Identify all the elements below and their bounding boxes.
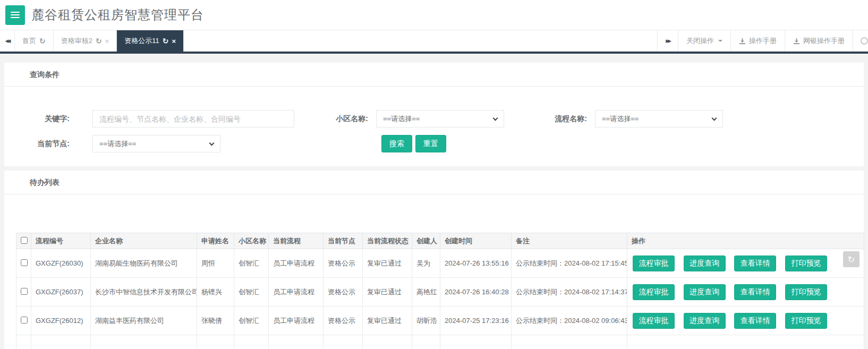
progress-query-button[interactable]: 进度查询 <box>684 256 726 271</box>
cell-created-time: 2024-07-25 17:23:16 <box>440 307 512 335</box>
progress-query-button[interactable]: 进度查询 <box>684 313 726 329</box>
cell-current-flow: 员工申请流程 <box>269 307 324 335</box>
todo-panel: 待办列表 ↻ 流程编号 企业名称 申请姓名 小区名称 当前流程 当前节点 当 <box>4 171 864 349</box>
cell-community: 创智汇 <box>234 307 269 335</box>
tab-label: 资格审核2 <box>61 36 92 46</box>
cell-flow-code: GXGZF(26037) <box>31 278 91 307</box>
community-select[interactable]: ==请选择== <box>376 110 504 127</box>
chevron-down-icon <box>712 116 717 121</box>
cell-flow-status: 复审已通过 <box>363 307 412 335</box>
select-all-checkbox[interactable] <box>21 237 28 244</box>
progress-query-button[interactable]: 进度查询 <box>684 284 726 300</box>
view-detail-button[interactable]: 查看详情 <box>734 313 776 329</box>
download-icon <box>739 38 746 45</box>
tab-qualification-review[interactable]: 资格审核2 ↻ × <box>54 30 117 52</box>
keyword-input[interactable] <box>92 110 294 127</box>
chevron-down-icon <box>493 116 498 121</box>
flow-approve-button[interactable]: 流程审批 <box>633 256 675 271</box>
row-checkbox[interactable] <box>21 317 28 324</box>
view-detail-button[interactable]: 查看详情 <box>734 284 776 300</box>
download-icon <box>793 38 800 45</box>
close-icon[interactable]: × <box>105 37 109 45</box>
tab-label: 首页 <box>22 36 36 46</box>
spacer <box>0 54 868 63</box>
flow-approve-button[interactable]: 流程审批 <box>633 284 675 300</box>
cell-flow-status: 复审已通过 <box>363 278 412 307</box>
hamburger-icon <box>11 12 20 13</box>
bank-manual-button[interactable]: 网银操作手册 <box>785 30 853 52</box>
keyword-label: 关键字: <box>30 114 70 124</box>
cell-creator: 吴为 <box>412 249 440 278</box>
cell-remark: 公示结束时间：2024-08-02 17:14:37 <box>512 278 627 307</box>
flow-approve-button[interactable]: 流程审批 <box>633 313 675 329</box>
scroll-tabs-left-button[interactable]: ◀◀ <box>0 30 15 52</box>
close-operations-dropdown[interactable]: 关闭操作 <box>678 30 730 52</box>
app-header: 麓谷租赁公租房智慧管理平台 <box>0 0 868 30</box>
cell-created-time: 2024-07-26 13:55:16 <box>440 249 512 278</box>
col-community: 小区名称 <box>234 233 269 249</box>
double-chevron-right-icon: ▶▶ <box>666 38 670 44</box>
cell-current-node: 资格公示 <box>324 278 363 307</box>
caret-down-icon <box>718 40 722 42</box>
page-title: 麓谷租赁公租房智慧管理平台 <box>31 6 204 23</box>
cell-creator: 胡昕浩 <box>412 307 440 335</box>
col-current-flow: 当前流程 <box>269 233 324 249</box>
cell-community: 创智汇 <box>234 249 269 278</box>
print-preview-button[interactable]: 打印预览 <box>785 284 827 300</box>
cell-applicant: 张晓倩 <box>197 307 234 335</box>
todo-table: 流程编号 企业名称 申请姓名 小区名称 当前流程 当前节点 当前流程状态 创建人… <box>16 233 864 349</box>
refresh-icon[interactable]: ↻ <box>163 37 169 45</box>
cell-company: 湖南易能生物医药有限公司 <box>91 249 197 278</box>
cell-current-flow: 员工申请流程 <box>269 249 324 278</box>
refresh-icon[interactable]: ↻ <box>39 37 46 45</box>
search-button[interactable]: 搜索 <box>381 135 412 152</box>
node-select[interactable]: ==请选择== <box>92 135 220 152</box>
view-detail-button[interactable]: 查看详情 <box>734 256 776 271</box>
reset-button[interactable]: 重置 <box>415 135 446 152</box>
cell-current-node: 资格公示 <box>324 249 363 278</box>
tab-qualification-publicity[interactable]: 资格公示11 ↻ × <box>117 30 184 52</box>
close-icon[interactable]: × <box>172 37 176 45</box>
operation-manual-button[interactable]: 操作手册 <box>730 30 785 52</box>
hamburger-menu-button[interactable] <box>5 5 25 25</box>
cell-community: 创智汇 <box>234 278 269 307</box>
cell-company: 湖南益丰医药有限公司 <box>91 307 197 335</box>
todo-body: ↻ 流程编号 企业名称 申请姓名 小区名称 当前流程 当前节点 当前流程状态 创… <box>4 233 864 349</box>
cell-remark: 公示结束时间：2024-08-02 17:15:45 <box>512 249 627 278</box>
table-row: GXGZF(26030) 湖南易能生物医药有限公司 周恒 创智汇 员工申请流程 … <box>16 249 864 278</box>
print-preview-button[interactable]: 打印预览 <box>785 256 827 271</box>
clipped-right-control[interactable] <box>853 30 868 52</box>
row-checkbox[interactable] <box>21 288 28 295</box>
todo-panel-title: 待办列表 <box>4 171 864 194</box>
table-row: GXGZF(26037) 长沙市中智信息技术开发有限公司 杨铿兴 创智汇 员工申… <box>16 278 864 307</box>
table-row-empty <box>16 335 864 349</box>
col-remark: 备注 <box>512 233 627 249</box>
tab-label: 资格公示11 <box>124 36 159 46</box>
query-form: 关键字: 小区名称: ==请选择== 流程名称: ==请选择== 当前节点: =… <box>4 87 864 166</box>
query-panel-title: 查询条件 <box>4 63 864 87</box>
col-creator: 创建人 <box>412 233 440 249</box>
col-company: 企业名称 <box>91 233 197 249</box>
col-created-time: 创建时间 <box>440 233 512 249</box>
double-chevron-left-icon: ◀◀ <box>5 38 10 44</box>
cell-current-node: 资格公示 <box>324 307 363 335</box>
scroll-tabs-right-button[interactable]: ▶▶ <box>657 30 678 52</box>
row-checkbox[interactable] <box>21 259 28 266</box>
table-refresh-button[interactable]: ↻ <box>843 251 860 267</box>
cell-flow-code: GXGZF(26012) <box>31 307 91 335</box>
query-panel: 查询条件 关键字: 小区名称: ==请选择== 流程名称: ==请选择== 当前… <box>4 63 864 166</box>
spacer <box>0 166 868 171</box>
col-flow-status: 当前流程状态 <box>363 233 412 249</box>
col-applicant: 申请姓名 <box>197 233 234 249</box>
cell-current-flow: 员工申请流程 <box>269 278 324 307</box>
cell-created-time: 2024-07-26 16:40:28 <box>440 278 512 307</box>
tab-home[interactable]: 首页 ↻ <box>15 30 54 52</box>
process-select[interactable]: ==请选择== <box>595 110 723 127</box>
cell-creator: 高艳红 <box>412 278 440 307</box>
process-label: 流程名称: <box>549 114 587 124</box>
print-preview-button[interactable]: 打印预览 <box>785 313 827 329</box>
cell-applicant: 杨铿兴 <box>197 278 234 307</box>
chevron-down-icon <box>209 141 215 146</box>
refresh-icon[interactable]: ↻ <box>96 37 102 45</box>
cell-flow-code: GXGZF(26030) <box>31 249 91 278</box>
